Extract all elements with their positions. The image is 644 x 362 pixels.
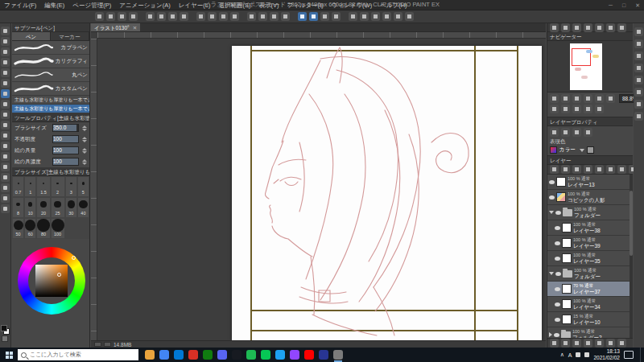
airbrush-tool-icon[interactable] <box>1 121 10 130</box>
layer-visibility-icon[interactable] <box>555 302 560 306</box>
fill-tool-icon[interactable] <box>1 162 10 171</box>
layer-row[interactable]: 100 % 通常レイヤー34 <box>547 297 633 312</box>
network-icon[interactable] <box>576 352 580 357</box>
move-tool-icon[interactable] <box>1 37 10 46</box>
command-bar-icon[interactable] <box>230 12 239 21</box>
ime-indicator[interactable]: A <box>568 352 572 358</box>
maximize-button[interactable]: □ <box>620 0 628 10</box>
operation-tool-icon[interactable] <box>1 47 10 56</box>
status-icon[interactable] <box>94 342 101 347</box>
menu-item-0[interactable]: ファイル(F) <box>0 0 40 10</box>
stepper-up-icon[interactable] <box>82 137 87 139</box>
command-bar-icon[interactable] <box>298 12 307 21</box>
brush-size-cell[interactable]: 80 <box>36 218 50 239</box>
stepper-up-icon[interactable] <box>82 125 87 128</box>
action-center-icon[interactable] <box>624 351 634 359</box>
brush-size-cell[interactable]: 5 <box>77 176 89 197</box>
text-tool-icon[interactable] <box>1 194 10 203</box>
navigator-panel-header[interactable]: ナビゲーター <box>547 32 633 41</box>
correction-tool-icon[interactable] <box>1 204 10 213</box>
brush-size-cell[interactable]: 30 <box>65 197 77 218</box>
panel-tab-icon[interactable] <box>634 112 643 121</box>
command-bar-icon[interactable] <box>168 12 177 21</box>
navigator-zoom-icon[interactable] <box>595 94 604 103</box>
command-bar-icon[interactable] <box>196 12 205 21</box>
taskbar-app-icon[interactable] <box>188 350 198 360</box>
taskbar-app-icon[interactable] <box>290 350 299 360</box>
command-bar-icon[interactable] <box>320 12 329 21</box>
brush-size-cell[interactable]: 50 <box>12 218 24 239</box>
brush-size-cell[interactable]: 60 <box>24 218 36 239</box>
taskbar-app-icon[interactable] <box>203 350 213 360</box>
layer-panel-header[interactable]: レイヤー <box>547 156 633 165</box>
eyedropper-tool-icon[interactable] <box>1 79 10 88</box>
taskbar-app-icon[interactable] <box>319 350 328 360</box>
subtool-item[interactable]: カリグラフィ <box>12 55 89 68</box>
stepper-down-icon[interactable] <box>82 140 87 142</box>
eraser-tool-icon[interactable] <box>1 142 10 150</box>
transparent-color-swatch[interactable] <box>2 335 8 342</box>
command-bar-icon[interactable] <box>309 12 318 21</box>
layer-visibility-icon[interactable] <box>549 195 555 200</box>
command-bar-icon[interactable] <box>371 12 380 21</box>
tray-expand-icon[interactable]: ∧ <box>560 352 564 358</box>
dock-tab-icon[interactable] <box>561 23 570 32</box>
lasso-tool-icon[interactable] <box>1 68 10 77</box>
command-bar-icon[interactable] <box>405 12 414 21</box>
command-bar-icon[interactable] <box>258 12 267 21</box>
taskbar-app-icon[interactable] <box>304 350 314 360</box>
navigator-rotate-icon[interactable] <box>572 105 581 113</box>
navigator-thumbnail[interactable] <box>547 41 633 93</box>
command-bar-icon[interactable] <box>219 12 228 21</box>
start-button[interactable] <box>0 348 18 362</box>
command-bar-icon[interactable] <box>382 12 391 21</box>
minimize-button[interactable]: ─ <box>606 0 615 10</box>
navigator-zoom-icon[interactable] <box>561 94 570 103</box>
stepper-down-icon[interactable] <box>82 151 87 154</box>
menu-item-8[interactable]: ウィンドウ(W) <box>328 0 376 10</box>
brush-size-cell[interactable]: 1 <box>24 176 36 197</box>
taskbar-search-input[interactable]: ここに入力して検索 <box>18 349 138 360</box>
taskbar-app-icon[interactable] <box>217 350 227 360</box>
dock-tab-icon[interactable] <box>595 23 604 32</box>
close-button[interactable]: ✕ <box>633 0 642 10</box>
layer-action-icon[interactable] <box>595 339 604 348</box>
menu-item-3[interactable]: アニメーション(A) <box>115 0 175 10</box>
folder-expand-icon[interactable] <box>549 272 554 275</box>
canvas-viewport[interactable] <box>97 39 546 340</box>
subtool-item[interactable]: カブラペン <box>12 41 89 55</box>
layer-visibility-icon[interactable] <box>555 318 560 322</box>
panel-tab-icon[interactable] <box>634 51 643 60</box>
dock-tab-icon[interactable] <box>606 23 615 32</box>
panel-tab-icon[interactable] <box>634 100 643 109</box>
canvas-page[interactable] <box>232 46 542 340</box>
command-bar-icon[interactable] <box>146 12 155 21</box>
subtool-item[interactable]: カスタムペン <box>12 82 89 96</box>
layer-visibility-icon[interactable] <box>555 211 561 215</box>
command-bar-icon[interactable] <box>208 12 217 21</box>
menu-item-9[interactable]: ヘルプ(H) <box>376 0 411 10</box>
subtool-tab-0[interactable]: ペン <box>12 32 51 40</box>
layer-row[interactable]: 100 % 通常レイヤー35 <box>547 251 633 266</box>
sv-marker[interactable] <box>57 273 61 277</box>
taskbar-app-icon[interactable] <box>232 350 242 360</box>
command-bar-icon[interactable] <box>95 12 104 21</box>
navigator-rotate-icon[interactable] <box>550 105 559 113</box>
command-bar-icon[interactable] <box>180 12 188 21</box>
layer-action-icon[interactable] <box>606 339 615 348</box>
subtool-tab-1[interactable]: マーカー <box>51 32 89 40</box>
figure-tool-icon[interactable] <box>1 183 10 192</box>
stepper-down-icon[interactable] <box>82 162 87 165</box>
taskbar-app-icon[interactable] <box>145 350 155 360</box>
command-bar-icon[interactable] <box>394 12 402 21</box>
value-stepper[interactable] <box>81 148 87 154</box>
dock-tab-icon[interactable] <box>572 23 581 32</box>
navigator-zoom-icon[interactable] <box>550 94 559 103</box>
value-stepper[interactable] <box>81 125 87 131</box>
command-bar-icon[interactable] <box>360 12 369 21</box>
value-stepper[interactable] <box>81 137 87 142</box>
layer-command-icon[interactable] <box>617 165 626 174</box>
layer-action-icon[interactable] <box>550 339 559 348</box>
layer-visibility-icon[interactable] <box>549 180 555 184</box>
brush-size-cell[interactable]: 3 <box>65 176 77 197</box>
